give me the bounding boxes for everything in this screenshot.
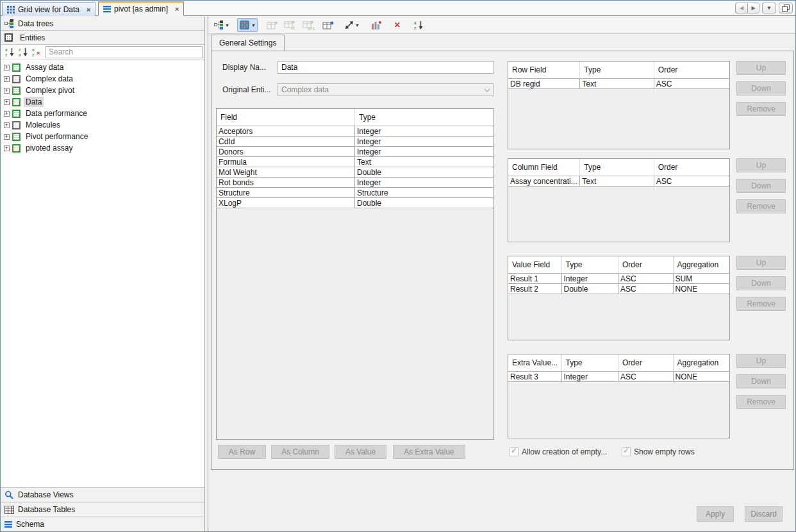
chevron-right-icon: ▶ bbox=[751, 5, 755, 11]
table-row[interactable]: FormulaText bbox=[217, 157, 493, 167]
table-row[interactable]: AcceptorsInteger bbox=[217, 126, 493, 137]
table-row[interactable]: XLogPDouble bbox=[217, 198, 493, 208]
row-up-button[interactable]: Up bbox=[736, 61, 786, 75]
display-name-input[interactable] bbox=[278, 61, 494, 74]
value-remove-button[interactable]: Remove bbox=[736, 297, 786, 311]
tree-item-data-performance[interactable]: +Data performance bbox=[1, 108, 204, 119]
column-header[interactable]: Aggregation bbox=[674, 354, 729, 371]
table-row[interactable]: StructureStructure bbox=[217, 188, 493, 198]
column-header[interactable]: Order bbox=[654, 62, 729, 78]
as-column-button[interactable]: As Column bbox=[271, 445, 329, 459]
expand-icon[interactable]: + bbox=[4, 122, 10, 128]
close-icon[interactable]: × bbox=[175, 6, 179, 12]
column-header[interactable]: Type bbox=[580, 159, 654, 176]
extra-up-button[interactable]: Up bbox=[736, 354, 786, 368]
column-header[interactable]: Order bbox=[654, 159, 729, 176]
value-down-button[interactable]: Down bbox=[736, 276, 786, 290]
column-header[interactable]: Value Field bbox=[508, 256, 562, 273]
table-row[interactable]: Rot bondsInteger bbox=[217, 178, 493, 188]
column-header-type[interactable]: Type bbox=[355, 109, 493, 126]
tree-item-molecules[interactable]: +Molecules bbox=[1, 119, 204, 131]
tree-item-data[interactable]: +Data bbox=[1, 96, 204, 108]
dropdown-caret-icon: ▼ bbox=[225, 23, 229, 28]
column-header[interactable]: Order bbox=[618, 354, 674, 371]
original-entity-select[interactable]: Complex data bbox=[278, 83, 494, 96]
delete-button[interactable]: ✕ bbox=[390, 18, 405, 32]
tab-grid-view[interactable]: Grid view for Data × bbox=[2, 2, 95, 16]
search-input[interactable] bbox=[46, 46, 203, 58]
expand-icon[interactable]: + bbox=[4, 145, 10, 151]
tree-item-pivoted-assay[interactable]: +pivoted assay bbox=[1, 142, 204, 154]
show-empty-rows-checkbox[interactable]: ✓ bbox=[622, 447, 631, 456]
as-value-button[interactable]: As Value bbox=[335, 445, 386, 459]
table-row[interactable]: Result 2 Double ASC NONE bbox=[508, 284, 729, 294]
expand-icon[interactable]: + bbox=[4, 88, 10, 94]
row-remove-button[interactable]: Remove bbox=[736, 102, 786, 116]
tab-general-settings[interactable]: General Settings bbox=[211, 35, 285, 51]
as-extra-value-button[interactable]: As Extra Value bbox=[393, 445, 465, 459]
expand-icon[interactable]: + bbox=[4, 76, 10, 82]
data-tree-menu-button[interactable]: ▼ bbox=[212, 18, 231, 32]
add-crosstab-table-button[interactable]: +ct bbox=[282, 18, 299, 32]
column-down-button[interactable]: Down bbox=[736, 179, 786, 193]
chart-view-button[interactable] bbox=[369, 18, 384, 32]
expand-icon[interactable]: + bbox=[4, 99, 10, 105]
table-row[interactable]: Result 3 Integer ASC NONE bbox=[508, 372, 729, 382]
table-row[interactable]: DB regid Text ASC bbox=[508, 79, 729, 89]
add-sum-table-button[interactable]: +a+b bbox=[301, 18, 319, 32]
expand-icon[interactable]: + bbox=[4, 111, 10, 117]
database-tables-header[interactable]: Database Tables bbox=[1, 502, 204, 517]
grid-view-mode-button[interactable]: ▼ bbox=[237, 18, 258, 32]
column-header[interactable]: Row Field bbox=[508, 62, 580, 78]
entities-header[interactable]: Entities bbox=[1, 31, 204, 45]
entity-table-icon bbox=[12, 98, 21, 106]
database-views-header[interactable]: Database Views bbox=[1, 487, 204, 502]
resize-mode-button[interactable]: ▼ bbox=[343, 18, 361, 32]
column-header[interactable]: Extra Value... bbox=[508, 354, 562, 371]
column-up-button[interactable]: Up bbox=[736, 158, 786, 172]
column-header[interactable]: Order bbox=[618, 256, 674, 273]
row-down-button[interactable]: Down bbox=[736, 81, 786, 96]
expand-icon[interactable]: + bbox=[4, 134, 10, 140]
column-remove-button[interactable]: Remove bbox=[736, 199, 786, 213]
column-header[interactable]: Type bbox=[562, 256, 618, 273]
schema-header[interactable]: Schema bbox=[1, 517, 204, 531]
tree-item-assay-data[interactable]: +Assay data bbox=[1, 62, 204, 73]
sort-button[interactable]: az bbox=[411, 18, 426, 32]
sort-descending-button[interactable]: za bbox=[17, 46, 29, 58]
sort-ascending-button[interactable]: az bbox=[3, 46, 15, 58]
scroll-tabs-left-button[interactable]: ◀ bbox=[735, 3, 747, 13]
close-icon[interactable]: × bbox=[87, 6, 90, 13]
tree-item-complex-data[interactable]: +Complex data bbox=[1, 73, 204, 85]
column-header-field[interactable]: Field bbox=[217, 109, 355, 126]
table-row[interactable]: Result 1 Integer ASC SUM bbox=[508, 274, 729, 284]
allow-empty-checkbox[interactable]: ✓ bbox=[510, 447, 518, 456]
column-header[interactable]: Type bbox=[580, 62, 654, 78]
tree-item-pivot-performance[interactable]: +Pivot performance bbox=[1, 131, 204, 142]
column-header[interactable]: Type bbox=[562, 354, 618, 371]
clear-sort-button[interactable]: az× bbox=[30, 46, 42, 58]
table-row[interactable]: Assay concentrati... Text ASC bbox=[508, 176, 729, 187]
tab-list-dropdown-button[interactable]: ▼ bbox=[762, 3, 776, 13]
apply-button[interactable]: Apply bbox=[697, 506, 734, 522]
expand-icon[interactable]: + bbox=[4, 65, 10, 71]
value-up-button[interactable]: Up bbox=[736, 256, 786, 270]
table-row[interactable]: DonorsInteger bbox=[217, 147, 493, 157]
add-entity-button[interactable] bbox=[320, 18, 336, 32]
extra-down-button[interactable]: Down bbox=[736, 374, 786, 388]
as-row-button[interactable]: As Row bbox=[218, 445, 266, 459]
column-header[interactable]: Column Field bbox=[508, 159, 580, 176]
add-table-button[interactable]: + bbox=[265, 18, 280, 32]
table-row[interactable]: CdIdInteger bbox=[217, 137, 493, 147]
column-header[interactable]: Aggregation bbox=[674, 256, 729, 273]
chevron-down-icon: ▼ bbox=[767, 5, 772, 11]
tab-pivot[interactable]: pivot [as admin] × bbox=[98, 1, 184, 16]
tree-item-complex-pivot[interactable]: +Complex pivot bbox=[1, 85, 204, 96]
restore-windows-button[interactable] bbox=[779, 3, 793, 13]
discard-button[interactable]: Discard bbox=[745, 506, 783, 522]
extra-remove-button[interactable]: Remove bbox=[736, 395, 786, 409]
svg-text:+: + bbox=[292, 21, 295, 26]
table-row[interactable]: Mol WeightDouble bbox=[217, 167, 493, 178]
data-trees-header[interactable]: Data trees bbox=[1, 17, 204, 31]
scroll-tabs-right-button[interactable]: ▶ bbox=[747, 3, 759, 13]
